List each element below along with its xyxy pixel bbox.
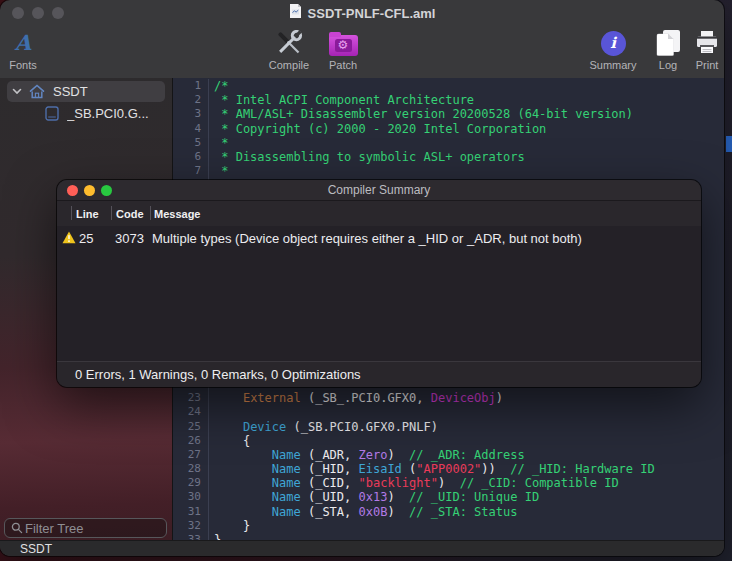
line-number: 30 xyxy=(173,490,208,504)
compile-button[interactable]: Compile xyxy=(259,28,319,76)
diagnostic-message: Multiple types (Device object requires e… xyxy=(152,231,693,246)
dialog-close-button[interactable] xyxy=(67,185,78,196)
fonts-label: Fonts xyxy=(9,59,37,71)
code-line[interactable]: * xyxy=(214,164,724,178)
code-line[interactable]: Name (_ADR, Zero) // _ADR: Address xyxy=(214,448,724,462)
line-number: 6 xyxy=(173,150,208,164)
code-line[interactable]: Name (_UID, 0x13) // _UID: Unique ID xyxy=(214,490,724,504)
line-number: 5 xyxy=(173,136,208,150)
code-line[interactable]: * xyxy=(214,136,724,150)
line-number: 1 xyxy=(173,79,208,93)
code-line[interactable]: * Copyright (c) 2000 - 2020 Intel Corpor… xyxy=(214,122,724,136)
log-pages-icon xyxy=(655,28,682,58)
minimize-button[interactable] xyxy=(32,7,44,19)
line-number: 2 xyxy=(173,93,208,107)
column-separator xyxy=(71,206,72,220)
code-line[interactable]: Name (_CID, "backlight") // _CID: Compat… xyxy=(214,476,724,490)
table-header: Line Code Message xyxy=(57,201,701,226)
column-header-code: Code xyxy=(116,208,144,220)
line-number: 25 xyxy=(173,420,208,434)
line-number: 4 xyxy=(173,122,208,136)
patch-folder-icon: ⚙ xyxy=(329,28,358,58)
line-number: 23 xyxy=(173,391,208,405)
warning-icon xyxy=(62,231,76,244)
code-line[interactable]: Device (_SB.PCI0.GFX0.PNLF) xyxy=(214,420,724,434)
code-line[interactable]: * AML/ASL+ Disassembler version 20200528… xyxy=(214,107,724,121)
zoom-button[interactable] xyxy=(52,7,64,19)
column-header-line: Line xyxy=(76,208,99,220)
status-text: SSDT xyxy=(20,542,52,556)
compiler-summary-dialog: Compiler Summary Line Code Message 25307… xyxy=(57,180,701,387)
line-number: 33 xyxy=(173,533,208,540)
close-button[interactable] xyxy=(12,7,24,19)
compile-result-summary: 0 Errors, 1 Warnings, 0 Remarks, 0 Optim… xyxy=(75,367,361,382)
line-number: 31 xyxy=(173,505,208,519)
sidebar-item-sb-pci0[interactable]: _SB.PCI0.G... xyxy=(7,103,165,124)
line-number: 3 xyxy=(173,107,208,121)
column-separator xyxy=(150,206,151,220)
device-icon xyxy=(45,106,59,121)
code-line[interactable]: } xyxy=(214,519,724,533)
dialog-minimize-button[interactable] xyxy=(84,185,95,196)
printer-icon xyxy=(694,28,720,58)
search-icon xyxy=(11,522,23,534)
column-header-message: Message xyxy=(154,208,200,220)
patch-button[interactable]: ⚙ Patch xyxy=(313,28,373,76)
code-line[interactable]: { xyxy=(214,434,724,448)
gear-icon: ⚙ xyxy=(338,39,349,51)
print-label: Print xyxy=(696,59,719,71)
filter-tree-field[interactable] xyxy=(4,518,167,538)
dialog-titlebar: Compiler Summary xyxy=(57,180,701,201)
code-line[interactable]: Name (_HID, EisaId ("APP0002")) // _HID:… xyxy=(214,462,724,476)
line-number: 29 xyxy=(173,476,208,490)
summary-label: Summary xyxy=(589,59,636,71)
line-number: 28 xyxy=(173,462,208,476)
code-line[interactable] xyxy=(214,405,724,419)
house-icon xyxy=(29,84,45,99)
fonts-button[interactable]: A Fonts xyxy=(0,28,52,76)
summary-button[interactable]: i Summary xyxy=(583,28,643,76)
patch-label: Patch xyxy=(329,59,357,71)
filter-tree-input[interactable] xyxy=(23,521,166,536)
log-label: Log xyxy=(659,59,677,71)
line-number: 32 xyxy=(173,519,208,533)
document-icon xyxy=(289,3,302,23)
code-line[interactable]: Name (_STA, 0x0B) // _STA: Status xyxy=(214,505,724,519)
line-number: 26 xyxy=(173,434,208,448)
compile-label: Compile xyxy=(269,59,309,71)
dialog-title: Compiler Summary xyxy=(328,183,431,197)
compile-tools-icon xyxy=(275,28,303,58)
dialog-footer: 0 Errors, 1 Warnings, 0 Remarks, 0 Optim… xyxy=(57,361,701,387)
tree-item-label: _SB.PCI0.G... xyxy=(67,106,149,121)
diagnostic-code: 3073 xyxy=(115,231,144,246)
code-line[interactable]: External (_SB_.PCI0.GFX0, DeviceObj) xyxy=(214,391,724,405)
diagnostic-row[interactable]: 253073Multiple types (Device object requ… xyxy=(57,225,701,251)
titlebar: SSDT-PNLF-CFL.aml xyxy=(0,0,724,26)
sidebar-item-ssdt[interactable]: SSDT xyxy=(7,81,165,102)
code-line[interactable]: * Disassembling to symbolic ASL+ operato… xyxy=(214,150,724,164)
fonts-icon: A xyxy=(15,30,31,56)
window-controls xyxy=(12,7,64,19)
code-line[interactable]: * Intel ACPI Component Architecture xyxy=(214,93,724,107)
dialog-zoom-button[interactable] xyxy=(101,185,112,196)
chevron-down-icon[interactable] xyxy=(12,88,22,95)
code-line[interactable]: /* xyxy=(214,79,724,93)
desktop-wallpaper-accent xyxy=(726,136,732,152)
statusbar: SSDT xyxy=(0,540,724,556)
toolbar: A Fonts Compile xyxy=(0,26,724,79)
line-number: 24 xyxy=(173,405,208,419)
info-icon: i xyxy=(601,28,626,58)
line-number: 7 xyxy=(173,164,208,178)
window-title: SSDT-PNLF-CFL.aml xyxy=(308,6,436,21)
print-button[interactable]: Print xyxy=(681,28,724,76)
column-separator xyxy=(111,206,112,220)
dialog-window-controls xyxy=(67,185,112,196)
line-number: 27 xyxy=(173,448,208,462)
tree-item-label: SSDT xyxy=(53,84,88,99)
table-body: 253073Multiple types (Device object requ… xyxy=(57,225,701,361)
code-line[interactable]: } xyxy=(214,533,724,540)
diagnostic-line: 25 xyxy=(79,231,93,246)
